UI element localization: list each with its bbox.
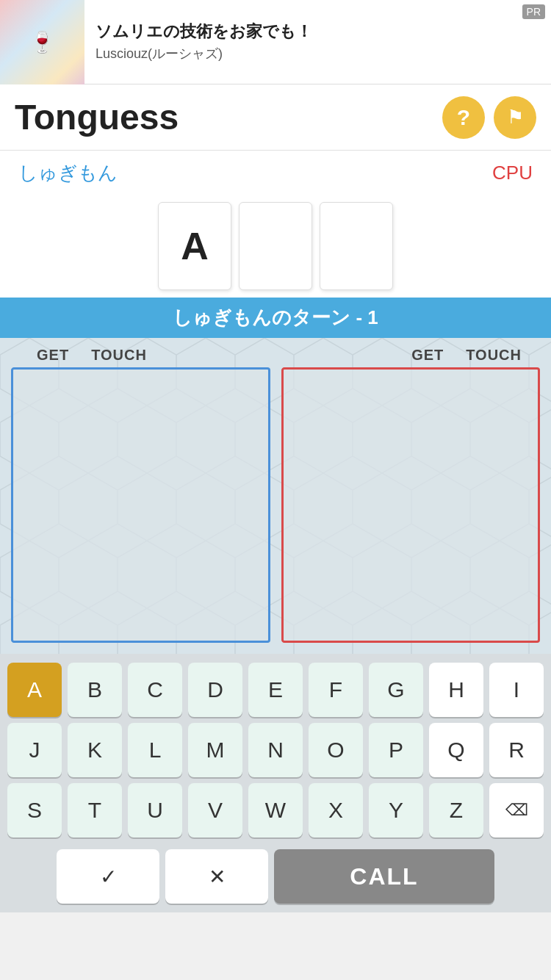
card-1: A: [158, 202, 231, 290]
key-L[interactable]: L: [128, 723, 182, 777]
turn-banner: しゅぎもんのターン - 1: [0, 298, 551, 338]
right-touch-label: TOUCH: [466, 347, 522, 364]
keyboard-row-1: A B C D E F G H I: [6, 663, 545, 717]
key-I[interactable]: I: [489, 663, 544, 717]
left-labels: GET TOUCH: [37, 347, 147, 364]
turn-text: しゅぎもんのターン - 1: [173, 305, 378, 331]
player2-name: CPU: [492, 162, 533, 184]
key-F[interactable]: F: [309, 663, 363, 717]
key-E[interactable]: E: [248, 663, 303, 717]
key-M[interactable]: M: [188, 723, 242, 777]
key-S[interactable]: S: [7, 783, 62, 837]
call-button[interactable]: CALL: [274, 849, 494, 904]
keyboard-row-2: J K L M N O P Q R: [6, 723, 545, 777]
key-U[interactable]: U: [128, 783, 182, 837]
check-icon: ✓: [100, 865, 117, 889]
column-labels: GET TOUCH GET TOUCH: [0, 338, 551, 364]
key-D[interactable]: D: [188, 663, 242, 717]
key-N[interactable]: N: [248, 723, 303, 777]
boards-row: [0, 364, 551, 654]
ad-text: ソムリエの技術をお家でも！ Lusciouz(ルーシャズ): [84, 14, 551, 71]
help-icon: ?: [457, 105, 470, 130]
ad-subtitle: Lusciouz(ルーシャズ): [96, 45, 540, 62]
ad-image: 🍷: [0, 0, 84, 84]
key-Q[interactable]: Q: [429, 723, 483, 777]
players-row: しゅぎもん CPU: [0, 151, 551, 195]
cross-icon: ✕: [209, 865, 226, 889]
key-K[interactable]: K: [68, 723, 122, 777]
ad-title: ソムリエの技術をお家でも！: [96, 21, 540, 43]
ad-pr-label: PR: [522, 4, 545, 19]
keyboard-row-3: S T U V W X Y Z ⌫: [6, 783, 545, 837]
key-J[interactable]: J: [7, 723, 62, 777]
card-3: [320, 202, 393, 290]
key-H[interactable]: H: [429, 663, 483, 717]
cancel-button[interactable]: ✕: [165, 849, 268, 904]
card-1-letter: A: [181, 224, 209, 268]
key-G[interactable]: G: [369, 663, 423, 717]
flag-button[interactable]: ⚑: [494, 96, 536, 139]
key-W[interactable]: W: [248, 783, 303, 837]
key-Y[interactable]: Y: [369, 783, 423, 837]
board-left[interactable]: [11, 367, 270, 643]
key-A[interactable]: A: [7, 663, 62, 717]
key-V[interactable]: V: [188, 783, 242, 837]
key-X[interactable]: X: [309, 783, 363, 837]
ad-banner[interactable]: 🍷 ソムリエの技術をお家でも！ Lusciouz(ルーシャズ) PR: [0, 0, 551, 84]
key-delete[interactable]: ⌫: [489, 783, 544, 837]
help-button[interactable]: ?: [442, 96, 485, 139]
key-B[interactable]: B: [68, 663, 122, 717]
key-P[interactable]: P: [369, 723, 423, 777]
board-right[interactable]: [281, 367, 541, 643]
keyboard: A B C D E F G H I J K L M N O P Q R S T …: [0, 654, 551, 849]
right-labels: GET TOUCH: [411, 347, 522, 364]
left-get-label: GET: [37, 347, 69, 364]
player1-name: しゅぎもん: [18, 160, 118, 186]
key-C[interactable]: C: [128, 663, 182, 717]
flag-icon: ⚑: [507, 106, 524, 129]
card-2: [239, 202, 312, 290]
key-R[interactable]: R: [489, 723, 544, 777]
game-area: GET TOUCH GET TOUCH: [0, 338, 551, 654]
ad-image-inner: 🍷: [0, 0, 84, 84]
cards-area: A: [0, 195, 551, 298]
action-row: ✓ ✕ CALL: [0, 849, 551, 912]
check-button[interactable]: ✓: [57, 849, 159, 904]
right-get-label: GET: [411, 347, 444, 364]
left-touch-label: TOUCH: [91, 347, 147, 364]
app-header: Tonguess ? ⚑: [0, 84, 551, 151]
key-O[interactable]: O: [309, 723, 363, 777]
key-T[interactable]: T: [68, 783, 122, 837]
app-title: Tonguess: [15, 97, 442, 137]
key-Z[interactable]: Z: [429, 783, 483, 837]
